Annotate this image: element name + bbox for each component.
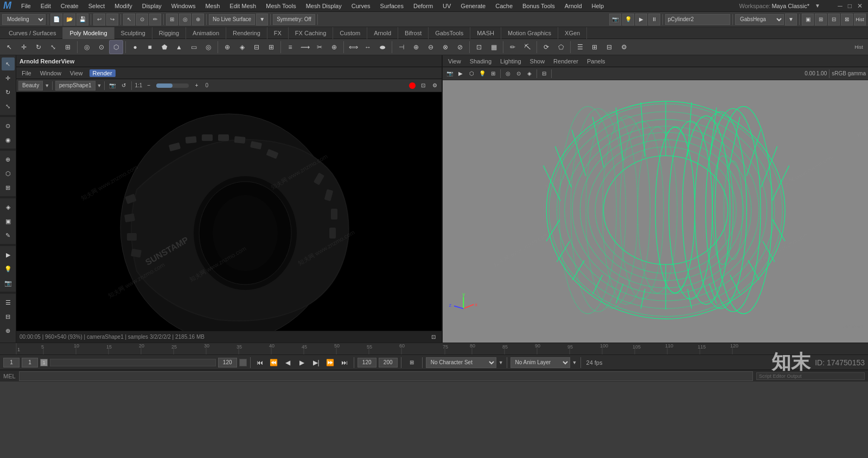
sidebar-paint-select-btn[interactable]: ◉: [2, 133, 15, 146]
menu-mesh-display[interactable]: Mesh Display: [302, 2, 346, 10]
sidebar-snap-btn[interactable]: ⊕: [2, 153, 15, 166]
tab-gabstools[interactable]: GabsTools: [429, 27, 470, 39]
maya-render-btn[interactable]: ▶: [456, 69, 465, 79]
attr-editor-btn[interactable]: ⊟: [602, 40, 616, 54]
lattice-btn[interactable]: ⬠: [554, 40, 568, 54]
tab-xgen[interactable]: XGen: [558, 27, 587, 39]
menu-mesh-tools[interactable]: Mesh Tools: [261, 2, 300, 10]
rotate-tool-btn[interactable]: ↻: [31, 40, 46, 54]
bridge-btn[interactable]: ⊟: [250, 40, 264, 54]
refresh-icon-btn[interactable]: ↺: [119, 81, 129, 91]
timeline-range-bar[interactable]: [50, 359, 216, 366]
uv-layout-btn[interactable]: ▦: [487, 40, 501, 54]
settings-btn[interactable]: ⚙: [430, 81, 439, 91]
no-live-surface-btn[interactable]: No Live Surface: [209, 14, 255, 25]
snap-curve-btn[interactable]: ◎: [179, 14, 191, 25]
menu-arnold[interactable]: Arnold: [560, 2, 586, 10]
layout-btn2[interactable]: ⊞: [815, 14, 827, 25]
arnold-menu-view[interactable]: View: [68, 70, 85, 76]
user-dropdown-btn[interactable]: ▼: [785, 14, 797, 25]
zoom-minus-btn[interactable]: −: [144, 81, 154, 91]
mode-dropdown[interactable]: Modeling: [2, 14, 46, 25]
save-file-btn[interactable]: 💾: [76, 14, 88, 25]
maya-menu-panels[interactable]: Panels: [585, 58, 608, 64]
deform-btn[interactable]: ⟳: [539, 40, 553, 54]
user-dropdown[interactable]: GabsHega: [735, 14, 784, 25]
object-name-input[interactable]: [665, 14, 730, 25]
poly-cone-btn[interactable]: ▲: [172, 40, 186, 54]
new-file-btn[interactable]: 📄: [50, 14, 62, 25]
anim-dropdown-arrow[interactable]: ▼: [572, 360, 577, 365]
maya-cam-btn[interactable]: 📷: [445, 69, 455, 79]
maya-viewport-canvas[interactable]: x y z 知夫网 www.znzmo.com 知夫网 www.znzmo.co…: [443, 80, 868, 332]
sidebar-rotate-btn[interactable]: ↻: [2, 86, 15, 99]
mirror-btn[interactable]: ⊣: [394, 40, 409, 54]
uv-unwrap-btn[interactable]: ⊡: [472, 40, 486, 54]
separate-btn[interactable]: ⊖: [424, 40, 438, 54]
tab-animation[interactable]: Animation: [186, 27, 226, 39]
combine-btn[interactable]: ⊕: [409, 40, 423, 54]
anim-layer-icon[interactable]: ⊞: [405, 356, 419, 370]
end-frame-input[interactable]: [218, 358, 237, 367]
maya-wire-btn[interactable]: ◈: [525, 69, 534, 79]
timeline-area[interactable]: 1 5 10 15 20 25 30 35 40 45 50 55 60 75 …: [0, 343, 868, 354]
sidebar-rivet-btn[interactable]: ▣: [2, 215, 15, 228]
move-tool-btn[interactable]: ✛: [17, 40, 31, 54]
snap-grid-btn[interactable]: ⊞: [166, 14, 178, 25]
sidebar-layers-btn[interactable]: ⊟: [2, 310, 15, 323]
character-set-dropdown[interactable]: No Character Set: [426, 357, 496, 368]
active-tool-btn[interactable]: ⬡: [109, 40, 123, 54]
select-btn[interactable]: ↖: [123, 14, 135, 25]
anim-end-input[interactable]: [379, 358, 398, 367]
sidebar-light-btn[interactable]: 💡: [2, 262, 15, 275]
paint-btn[interactable]: ✏: [149, 14, 161, 25]
tab-arnold[interactable]: Arnold: [367, 27, 398, 39]
char-dropdown-arrow[interactable]: ▼: [499, 360, 503, 365]
lasso-btn[interactable]: ⊙: [136, 14, 148, 25]
zoom-plus-btn[interactable]: +: [192, 81, 201, 91]
maya-grid-btn[interactable]: ⊞: [488, 69, 498, 79]
tab-bifrost[interactable]: Bifrost: [398, 27, 429, 39]
step-fwd-btn[interactable]: ⏩: [324, 357, 336, 369]
redo-btn[interactable]: ↪: [106, 14, 118, 25]
camera-icon-btn[interactable]: 📷: [107, 81, 117, 91]
menu-display[interactable]: Display: [138, 2, 166, 10]
edge-flow-btn[interactable]: ⟿: [298, 40, 312, 54]
next-frame-btn[interactable]: ▶|: [310, 357, 322, 369]
hist-btn[interactable]: Hist: [854, 14, 866, 25]
hist-icon[interactable]: Hist: [852, 40, 866, 54]
maya-menu-shading[interactable]: Shading: [468, 58, 494, 64]
sidebar-deform-btn[interactable]: ◈: [2, 201, 15, 214]
sidebar-move-btn[interactable]: ✛: [2, 72, 15, 85]
arnold-menu-window[interactable]: Window: [38, 70, 63, 76]
menu-mesh[interactable]: Mesh: [201, 2, 224, 10]
sidebar-magnet-btn[interactable]: ⬡: [2, 167, 15, 180]
jump-start-btn[interactable]: ⏮: [254, 357, 266, 369]
menu-uv[interactable]: UV: [438, 2, 455, 10]
poly-torus-btn[interactable]: ◎: [201, 40, 215, 54]
sidebar-render-btn[interactable]: ▶: [2, 248, 15, 261]
smooth-btn[interactable]: ⬬: [375, 40, 390, 54]
maya-menu-view[interactable]: View: [446, 58, 463, 64]
tab-rigging[interactable]: Rigging: [152, 27, 186, 39]
layout-btn4[interactable]: ⊠: [841, 14, 853, 25]
flip-btn[interactable]: ⟺: [346, 40, 360, 54]
tab-fx-caching[interactable]: FX Caching: [289, 27, 333, 39]
maya-frame-all-btn[interactable]: ⊟: [539, 69, 549, 79]
menu-create[interactable]: Create: [56, 2, 83, 10]
live-surface-icon[interactable]: ▼: [256, 14, 268, 25]
tab-rendering[interactable]: Rendering: [226, 27, 267, 39]
loop-cut-btn[interactable]: ≡: [283, 40, 297, 54]
play-btn[interactable]: ▶: [296, 357, 308, 369]
poly-cube-btn[interactable]: ■: [143, 40, 157, 54]
tab-fx[interactable]: FX: [267, 27, 289, 39]
maya-iso-btn[interactable]: ◎: [503, 69, 513, 79]
menu-generate[interactable]: Generate: [456, 2, 490, 10]
render-btn[interactable]: ▶: [635, 14, 647, 25]
sidebar-select-btn[interactable]: ↖: [2, 57, 15, 70]
maya-menu-lighting[interactable]: Lighting: [498, 58, 524, 64]
tab-mash[interactable]: MASH: [470, 27, 501, 39]
tab-curves-surfaces[interactable]: Curves / Surfaces: [2, 27, 63, 39]
maya-shading-btn[interactable]: ⬡: [467, 69, 476, 79]
menu-edit[interactable]: Edit: [36, 2, 55, 10]
